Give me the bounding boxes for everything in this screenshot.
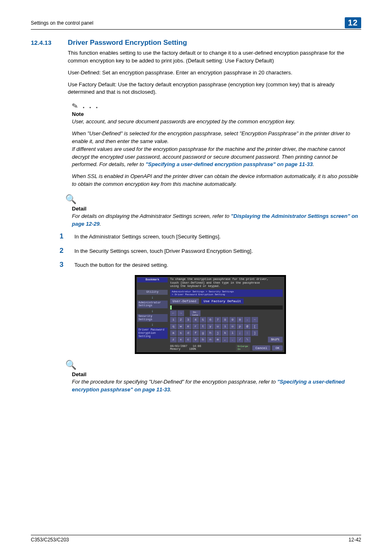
keyboard-key[interactable]: h — [207, 330, 214, 336]
tab-use-factory-default[interactable]: Use Factory Default — [201, 298, 244, 304]
keyboard-key[interactable]: y — [207, 324, 214, 329]
detail-block: 🔍 Detail For the procedure for specifyin… — [72, 360, 361, 394]
keyboard-key[interactable]: 9 — [229, 317, 236, 323]
magnifier-icon: 🔍 — [65, 360, 361, 370]
keyboard-key[interactable]: ] — [251, 330, 258, 336]
note-text: When SSL is enabled in OpenAPI and the p… — [72, 173, 361, 188]
keyboard-key[interactable]: . — [229, 337, 236, 342]
keyboard-key[interactable]: : — [244, 330, 251, 336]
keyboard-key[interactable]: 4 — [192, 317, 199, 323]
panel-instruction: To change the encryption passphrase for … — [168, 277, 284, 289]
keyboard-key[interactable]: v — [192, 337, 199, 342]
pen-icon: ✎ — [71, 100, 82, 111]
keyboard-key[interactable]: w — [178, 324, 184, 329]
keyboard-key[interactable]: 5 — [200, 317, 206, 323]
keyboard-row: asdfghjkl;:] — [170, 330, 283, 336]
keyboard-key[interactable]: k — [222, 330, 228, 336]
keyboard-key[interactable]: \ — [244, 337, 251, 342]
delete-key[interactable]: De- lete — [190, 310, 201, 316]
keyboard-key[interactable]: p — [237, 324, 243, 329]
paragraph: User-Defined: Set an encryption passphra… — [68, 69, 361, 77]
keyboard-key[interactable]: 1 — [170, 317, 177, 323]
detail-text: . — [99, 221, 101, 227]
detail-block: 🔍 Detail For details on displaying the A… — [72, 194, 361, 228]
section-number: 12.4.13 — [31, 39, 68, 46]
keyboard-key[interactable]: 3 — [185, 317, 191, 323]
keyboard-key[interactable]: / — [237, 337, 243, 342]
keyboard-key[interactable]: x — [178, 337, 184, 342]
keyboard-key[interactable]: l — [229, 330, 236, 336]
keyboard-key[interactable]: c — [185, 337, 191, 342]
keyboard-key[interactable]: t — [200, 324, 206, 329]
sidebar-item-driver-password[interactable]: Driver Password Encryption Setting — [137, 328, 168, 339]
ok-button[interactable]: OK — [272, 345, 283, 351]
note-text: When "User-Defined" is selected for the … — [72, 130, 361, 169]
keyboard-row: zxcvbnm,./\Shift — [170, 337, 283, 342]
keyboard-key[interactable]: , — [222, 337, 228, 342]
chevron-down-icon: ↓ — [136, 296, 168, 300]
sidebar-item-bookmark[interactable]: Bookmark — [137, 278, 168, 282]
note-text: When "User-Defined" is selected for the … — [72, 130, 350, 144]
arrow-right-key[interactable]: → — [178, 310, 184, 316]
footer-model: C353/C253/C203 — [31, 537, 348, 543]
keyboard-key[interactable]: n — [207, 337, 214, 342]
keyboard-key[interactable]: 0 — [237, 317, 243, 323]
magnifier-icon: 🔍 — [65, 194, 361, 205]
keyboard-row: qwertyuiop@[ — [170, 324, 283, 329]
note-text: . — [313, 161, 314, 167]
keyboard-key[interactable]: o — [229, 324, 236, 329]
keyboard-key[interactable]: f — [192, 330, 199, 336]
keyboard-key[interactable]: g — [200, 330, 206, 336]
note-text: User, account, and secure document passw… — [72, 118, 361, 126]
passphrase-input[interactable] — [170, 305, 283, 310]
paragraph: Use Factory Default: Use the factory def… — [68, 81, 361, 97]
keyboard-key[interactable]: a — [170, 330, 177, 336]
detail-text: For details on displaying the Administra… — [72, 213, 361, 228]
keyboard-key[interactable]: d — [185, 330, 191, 336]
keyboard-key[interactable]: i — [222, 324, 228, 329]
sidebar-item-admin-settings[interactable]: Administrator Settings — [137, 301, 168, 308]
step-number: 2 — [60, 247, 74, 255]
keyboard-key[interactable]: q — [170, 324, 177, 329]
keyboard-key[interactable]: z — [170, 337, 177, 342]
note-heading: Note — [72, 111, 361, 117]
step-text: Touch the button for the desired setting… — [74, 261, 361, 269]
keyboard-key[interactable]: [ — [251, 324, 258, 329]
dots-icon: . . . — [83, 102, 99, 110]
enlarge-indicator: Enlarge On — [236, 345, 249, 351]
sidebar-item-security-settings[interactable]: Security Settings — [137, 314, 168, 322]
keyboard-key[interactable]: ; — [237, 330, 243, 336]
keyboard-key[interactable]: s — [178, 330, 184, 336]
keyboard-key[interactable]: @ — [244, 324, 251, 329]
detail-text: For the procedure for specifying "User-D… — [72, 378, 361, 394]
sidebar-item-utility[interactable]: Utility — [137, 290, 168, 295]
step-text: In the Security Settings screen, touch [… — [74, 247, 361, 255]
keyboard-key[interactable]: e — [185, 324, 191, 329]
cancel-button[interactable]: Cancel — [252, 345, 271, 351]
detail-heading: Detail — [72, 371, 361, 377]
note-block: ✎ . . . Note User, account, and secure d… — [72, 101, 361, 188]
panel-memory-value: 100% — [189, 347, 196, 351]
keyboard-key[interactable]: j — [214, 330, 221, 336]
step-number: 3 — [60, 261, 74, 269]
chevron-down-icon: ↓ — [136, 309, 168, 313]
keyboard-key[interactable]: 2 — [178, 317, 184, 323]
keyboard-key[interactable]: 8 — [222, 317, 228, 323]
keyboard-key[interactable]: 6 — [207, 317, 214, 323]
control-panel-screenshot: Bookmark Utility ↓ Administrator Setting… — [135, 275, 286, 354]
cross-reference-link[interactable]: "Specifying a user-defined encryption pa… — [145, 161, 313, 167]
arrow-left-key[interactable]: ← — [170, 310, 177, 316]
panel-breadcrumb: Administrator Settings > Security Settin… — [170, 289, 283, 297]
chevron-down-icon: ↓ — [136, 323, 168, 327]
keyboard-key[interactable]: r — [192, 324, 199, 329]
keyboard-key[interactable]: ~ — [251, 317, 258, 323]
keyboard-key[interactable]: u — [214, 324, 221, 329]
tab-user-defined[interactable]: User-Defined — [170, 298, 199, 304]
keyboard-key[interactable]: 7 — [214, 317, 221, 323]
keyboard-key[interactable]: b — [200, 337, 206, 342]
shift-key[interactable]: Shift — [268, 337, 283, 342]
keyboard-key[interactable]: m — [214, 337, 221, 342]
section-title: Driver Password Encryption Setting — [68, 39, 187, 47]
breadcrumb: Settings on the control panel — [31, 20, 345, 26]
keyboard-key[interactable]: - — [244, 317, 251, 323]
